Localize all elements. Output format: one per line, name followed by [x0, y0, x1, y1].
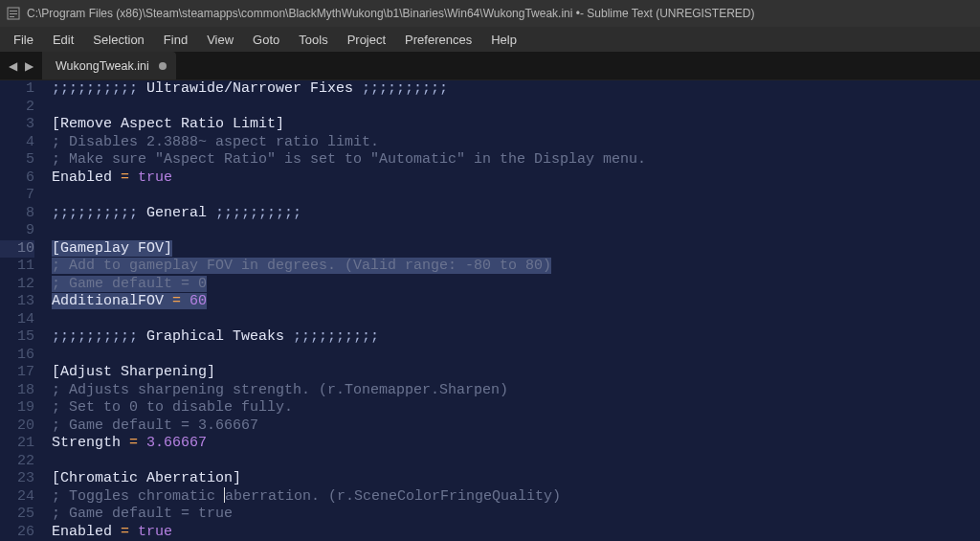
code-line[interactable]	[52, 311, 980, 329]
code-line[interactable]: ; Set to 0 to disable fully.	[52, 399, 980, 417]
tab-dirty-indicator-icon	[159, 62, 167, 70]
code-line[interactable]: ; Adjusts sharpening strength. (r.Tonema…	[52, 382, 980, 400]
line-number: 24	[0, 488, 34, 507]
line-number: 2	[0, 99, 34, 117]
line-number: 5	[0, 151, 34, 169]
code-line[interactable]: [Gameplay FOV]	[52, 240, 980, 259]
line-number: 17	[0, 364, 34, 382]
line-number: 14	[0, 311, 34, 329]
menu-selection[interactable]: Selection	[83, 29, 153, 51]
code-line[interactable]: AdditionalFOV = 60	[52, 293, 980, 311]
code-line[interactable]: ; Make sure "Aspect Ratio" is set to "Au…	[52, 151, 980, 169]
menu-find[interactable]: Find	[154, 29, 197, 51]
editor[interactable]: 1234567891011121314151617181920212223242…	[0, 80, 980, 541]
line-number: 4	[0, 134, 34, 152]
code-line[interactable]: Enabled = true	[52, 524, 980, 542]
line-number: 9	[0, 222, 34, 240]
menu-help[interactable]: Help	[481, 29, 526, 51]
line-number: 10	[0, 240, 34, 259]
code-line[interactable]: ; Game default = 3.66667	[52, 417, 980, 436]
menu-goto[interactable]: Goto	[243, 29, 289, 51]
line-number: 11	[0, 258, 34, 276]
code-line[interactable]: [Remove Aspect Ratio Limit]	[52, 116, 980, 134]
code-line[interactable]: ; Add to gameplay FOV in degrees. (Valid…	[52, 258, 980, 276]
menu-edit[interactable]: Edit	[43, 29, 83, 51]
code-line[interactable]: ; Game default = true	[52, 506, 980, 524]
line-number: 16	[0, 347, 34, 365]
app-icon	[6, 6, 21, 21]
window-title-app: - Sublime Text (UNREGISTERED)	[580, 7, 754, 20]
code-line[interactable]	[52, 187, 980, 205]
line-number: 19	[0, 399, 34, 417]
window-titlebar: C:\Program Files (x86)\Steam\steamapps\c…	[0, 0, 980, 27]
code-line[interactable]	[52, 99, 980, 117]
menu-preferences[interactable]: Preferences	[395, 29, 481, 51]
text-cursor	[224, 487, 225, 503]
tab-label: WukongTweak.ini	[56, 59, 149, 73]
code-line[interactable]: Enabled = true	[52, 169, 980, 188]
code-line[interactable]: ; Game default = 0	[52, 276, 980, 294]
menu-view[interactable]: View	[197, 29, 243, 51]
code-area[interactable]: ;;;;;;;;;; Ultrawide/Narrower Fixes ;;;;…	[42, 80, 980, 541]
tab-bar: ◀ ▶ WukongTweak.ini	[0, 52, 980, 80]
code-line[interactable]	[52, 347, 980, 365]
tab-wukongtweak[interactable]: WukongTweak.ini	[42, 52, 176, 79]
line-number: 3	[0, 116, 34, 134]
menu-file[interactable]: File	[4, 29, 43, 51]
line-number: 13	[0, 293, 34, 311]
line-number: 22	[0, 453, 34, 471]
code-line[interactable]: ; Toggles chromatic aberration. (r.Scene…	[52, 488, 980, 507]
code-line[interactable]: [Adjust Sharpening]	[52, 364, 980, 382]
tab-history-back-icon[interactable]: ◀	[6, 57, 20, 75]
window-title-path: C:\Program Files (x86)\Steam\steamapps\c…	[27, 7, 580, 20]
menu-tools[interactable]: Tools	[289, 29, 337, 51]
code-line[interactable]	[52, 453, 980, 471]
menubar: FileEditSelectionFindViewGotoToolsProjec…	[0, 27, 980, 52]
code-line[interactable]: ; Disables 2.3888~ aspect ratio limit.	[52, 134, 980, 152]
line-number: 1	[0, 80, 34, 99]
svg-rect-3	[10, 16, 14, 17]
code-line[interactable]: ;;;;;;;;;; Graphical Tweaks ;;;;;;;;;;	[52, 328, 980, 347]
line-number: 18	[0, 382, 34, 400]
svg-rect-2	[10, 13, 17, 14]
line-number: 12	[0, 276, 34, 294]
code-line[interactable]: ;;;;;;;;;; Ultrawide/Narrower Fixes ;;;;…	[52, 80, 980, 99]
line-number: 20	[0, 417, 34, 436]
line-number: 25	[0, 506, 34, 524]
code-line[interactable]	[52, 222, 980, 240]
code-line[interactable]: ;;;;;;;;;; General ;;;;;;;;;;	[52, 205, 980, 223]
code-line[interactable]: Strength = 3.66667	[52, 435, 980, 453]
line-number: 7	[0, 187, 34, 205]
menu-project[interactable]: Project	[338, 29, 395, 51]
line-number: 21	[0, 435, 34, 453]
line-number: 8	[0, 205, 34, 223]
gutter: 1234567891011121314151617181920212223242…	[0, 80, 42, 541]
tab-history-forward-icon[interactable]: ▶	[22, 57, 36, 75]
line-number: 23	[0, 470, 34, 488]
line-number: 26	[0, 524, 34, 542]
line-number: 15	[0, 328, 34, 347]
line-number: 6	[0, 169, 34, 188]
tab-nav: ◀ ▶	[0, 52, 42, 79]
code-line[interactable]: [Chromatic Aberration]	[52, 470, 980, 488]
svg-rect-1	[10, 11, 17, 11]
